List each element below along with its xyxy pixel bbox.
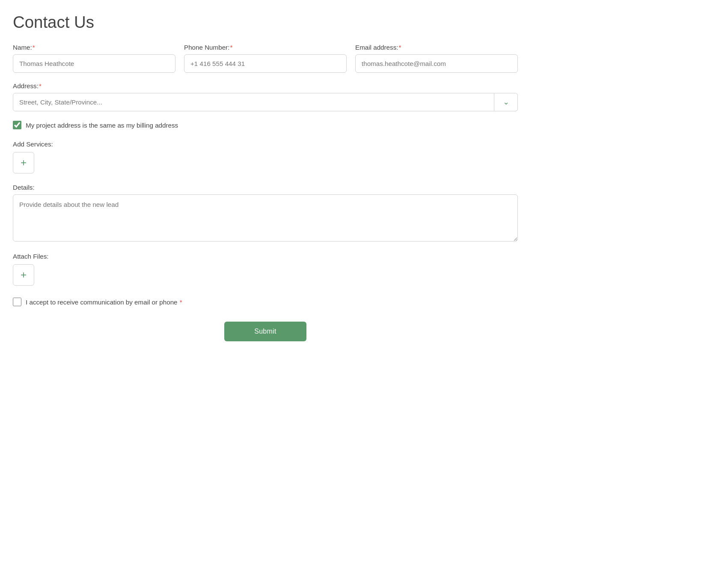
page-title: Contact Us — [13, 13, 518, 32]
address-section: Address:* ⌄ — [13, 82, 518, 111]
billing-checkbox-row: My project address is the same as my bil… — [13, 121, 518, 129]
address-input-wrapper — [13, 93, 494, 111]
billing-checkbox[interactable] — [13, 121, 21, 129]
address-required: * — [39, 82, 42, 90]
communication-required: * — [180, 298, 182, 306]
chevron-down-icon: ⌄ — [503, 98, 509, 107]
billing-checkbox-label: My project address is the same as my bil… — [26, 122, 178, 129]
address-label: Address:* — [13, 82, 518, 90]
add-services-section: Add Services: + — [13, 140, 518, 173]
attach-files-button[interactable]: + — [13, 264, 34, 286]
attach-files-section: Attach Files: + — [13, 253, 518, 286]
phone-required: * — [230, 44, 232, 51]
name-group: Name:* — [13, 44, 175, 73]
name-input[interactable] — [13, 54, 175, 73]
attach-files-label: Attach Files: — [13, 253, 518, 260]
email-label: Email address:* — [355, 44, 518, 51]
details-section: Details: — [13, 184, 518, 243]
phone-group: Phone Number:* — [184, 44, 347, 73]
phone-label: Phone Number:* — [184, 44, 347, 51]
email-group: Email address:* — [355, 44, 518, 73]
top-fields-row: Name:* Phone Number:* Email address:* — [13, 44, 518, 73]
communication-checkbox[interactable] — [13, 298, 21, 306]
name-label: Name:* — [13, 44, 175, 51]
communication-checkbox-row: I accept to receive communication by ema… — [13, 298, 518, 306]
address-input-row: ⌄ — [13, 93, 518, 111]
email-required: * — [398, 44, 401, 51]
details-textarea[interactable] — [13, 194, 518, 242]
add-services-button[interactable]: + — [13, 152, 34, 173]
address-input[interactable] — [13, 93, 494, 111]
add-services-label: Add Services: — [13, 140, 518, 148]
name-required: * — [33, 44, 35, 51]
address-dropdown-button[interactable]: ⌄ — [494, 93, 518, 111]
details-label: Details: — [13, 184, 518, 191]
communication-label: I accept to receive communication by ema… — [26, 298, 182, 306]
email-input[interactable] — [355, 54, 518, 73]
submit-button[interactable]: Submit — [224, 322, 306, 341]
submit-wrapper: Submit — [13, 322, 518, 341]
phone-input[interactable] — [184, 54, 347, 73]
